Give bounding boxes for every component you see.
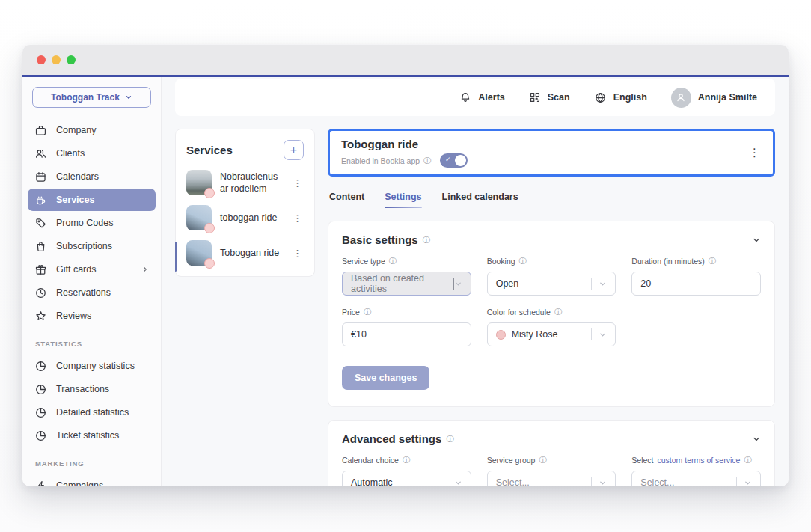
app-window: Toboggan Track Company Clients Calendars… (22, 45, 789, 486)
sidebar-item-subscriptions[interactable]: Subscriptions (28, 235, 156, 257)
sidebar-item-company-statistics[interactable]: Company statistics (28, 355, 156, 377)
services-list-panel: Services + Nobraucienus ar rodeliem tobo… (175, 129, 315, 277)
sidebar-item-calendars[interactable]: Calendars (28, 165, 156, 188)
minimize-window-button[interactable] (52, 55, 61, 64)
info-icon (403, 455, 410, 465)
alerts-button[interactable]: Alerts (459, 91, 504, 103)
service-list-item[interactable]: toboggan ride (186, 205, 304, 230)
tab-linked-calendars[interactable]: Linked calendars (442, 192, 518, 208)
window-titlebar (22, 45, 789, 75)
service-type-select[interactable]: Based on created activities (342, 272, 471, 296)
booking-select[interactable]: Open (487, 272, 616, 296)
sidebar-item-reviews[interactable]: Reviews (28, 305, 156, 327)
pie-chart-icon (34, 406, 47, 419)
select-value: Based on created activities (351, 273, 451, 294)
price-input[interactable]: €10 (342, 322, 471, 346)
language-label: English (613, 92, 647, 103)
sidebar-item-reservations[interactable]: Reservations (28, 281, 156, 304)
calendar-icon (34, 171, 47, 183)
sidebar-item-label: Company (56, 125, 97, 135)
scan-label: Scan (548, 92, 570, 103)
user-menu[interactable]: Annija Smilte (671, 88, 757, 108)
tag-icon (34, 217, 47, 230)
check-icon (445, 156, 451, 163)
enabled-label: Enabled in Bookla app (341, 156, 420, 165)
sidebar-item-label: Company statistics (56, 361, 135, 371)
field-label-text: Duration (in minutes) (631, 257, 704, 266)
pie-chart-icon (34, 429, 47, 442)
save-changes-button[interactable]: Save changes (342, 366, 429, 390)
lightning-icon (34, 480, 47, 487)
sidebar-item-label: Reviews (56, 311, 91, 321)
toggle-knob (455, 155, 466, 166)
service-name: toboggan ride (220, 212, 283, 224)
calendar-choice-field: Calendar choice Automatic (342, 455, 471, 486)
sidebar-item-label: Campaigns (56, 480, 103, 486)
workspace-switcher[interactable]: Toboggan Track (32, 87, 151, 108)
sidebar-item-ticket-statistics[interactable]: Ticket statistics (28, 424, 156, 447)
sidebar-item-services[interactable]: Services (28, 189, 156, 211)
main-area: Alerts Scan English Annija Smilte (162, 77, 789, 486)
chevron-down-icon (599, 479, 607, 487)
booking-field: Booking Open (487, 256, 616, 296)
close-window-button[interactable] (37, 55, 46, 64)
select-value: Open (496, 278, 519, 289)
service-group-select[interactable]: Select... (487, 471, 616, 486)
basic-settings-title: Basic settings (342, 233, 418, 246)
service-status-badge (204, 223, 215, 233)
sidebar-item-promo-codes[interactable]: Promo Codes (28, 212, 156, 234)
tab-settings[interactable]: Settings (385, 192, 421, 208)
kebab-menu-icon[interactable] (291, 248, 304, 259)
info-icon (554, 307, 562, 317)
field-label-text: Service type (342, 257, 385, 266)
tab-content[interactable]: Content (329, 192, 364, 208)
enabled-toggle[interactable] (440, 153, 468, 168)
sidebar-item-gift-cards[interactable]: Gift cards (28, 258, 156, 281)
service-thumbnail (186, 205, 212, 230)
service-kebab-menu[interactable] (747, 146, 762, 159)
service-name: Nobraucienus ar rodeliem (220, 171, 283, 195)
scan-button[interactable]: Scan (529, 91, 570, 103)
field-label-text: Price (342, 308, 360, 317)
service-list-item[interactable]: Nobraucienus ar rodeliem (186, 170, 304, 195)
input-value: €10 (351, 329, 367, 340)
collapse-chevron-icon[interactable] (752, 236, 761, 245)
color-select[interactable]: Misty Rose (487, 322, 616, 346)
selected-service-indicator (175, 242, 177, 272)
info-icon (539, 455, 546, 465)
sidebar-item-label: Reservations (56, 287, 111, 298)
avatar (671, 88, 691, 108)
add-service-button[interactable]: + (284, 140, 304, 160)
sidebar-item-detailed-statistics[interactable]: Detailed statistics (28, 401, 156, 424)
calendar-choice-select[interactable]: Automatic (342, 471, 471, 486)
sidebar-item-company[interactable]: Company (28, 119, 156, 141)
kebab-menu-icon[interactable] (291, 213, 304, 224)
sidebar-item-clients[interactable]: Clients (28, 142, 156, 165)
sidebar-item-label: Ticket statistics (56, 430, 119, 441)
maximize-window-button[interactable] (67, 55, 76, 64)
service-group-field: Service group Select... (487, 455, 616, 486)
duration-input[interactable]: 20 (631, 272, 761, 296)
sidebar: Toboggan Track Company Clients Calendars… (22, 77, 162, 486)
custom-terms-link[interactable]: custom terms of service (658, 456, 741, 465)
kebab-menu-icon[interactable] (291, 177, 304, 189)
sidebar-item-label: Clients (56, 148, 85, 159)
select-divider (591, 278, 592, 290)
service-title: Toboggan ride (341, 138, 468, 150)
sidebar-item-campaigns[interactable]: Campaigns (28, 474, 156, 486)
collapse-chevron-icon[interactable] (752, 435, 761, 444)
sidebar-item-label: Services (56, 195, 94, 205)
input-value: 20 (640, 278, 651, 289)
info-icon (423, 156, 431, 166)
service-list-item-selected[interactable]: Toboggan ride (186, 240, 304, 266)
cup-icon (34, 194, 47, 207)
sidebar-item-label: Subscriptions (56, 241, 112, 251)
terms-of-service-select[interactable]: Select... (631, 471, 761, 486)
star-icon (34, 310, 47, 322)
chevron-down-icon (454, 280, 462, 288)
chevron-down-icon (599, 280, 607, 288)
basic-settings-card: Basic settings Service type Based on cre… (328, 221, 775, 407)
language-selector[interactable]: English (594, 91, 647, 104)
sidebar-item-transactions[interactable]: Transactions (28, 378, 156, 400)
workspace-label: Toboggan Track (51, 92, 120, 103)
